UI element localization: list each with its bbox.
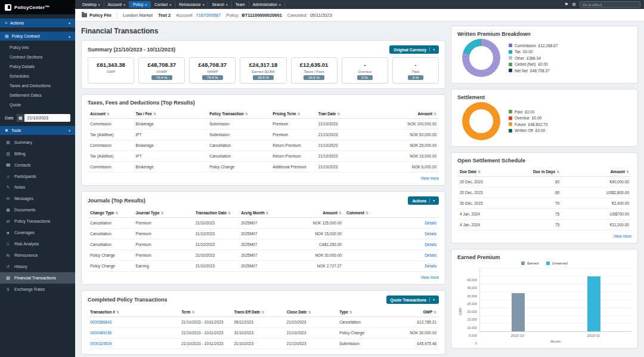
details-link[interactable]: Details [425, 242, 436, 247]
sidebar-tool-item[interactable]: ◈ Coverages [0, 227, 75, 238]
view-more-link[interactable]: View more [457, 234, 631, 238]
column-header[interactable]: Type⇅ [337, 307, 389, 317]
policy-contract-item[interactable]: Settlement Dates [0, 90, 75, 100]
table-row[interactable]: Tax (Additive) IPT Cancellation Return P… [88, 151, 439, 162]
calendar-icon[interactable]: ▦ [17, 114, 24, 122]
table-row[interactable]: 30 Dec, 2023 70 €2,400.00 [457, 198, 631, 209]
table-row[interactable]: Commission Brokerage Policy Change Addit… [88, 162, 439, 173]
column-header[interactable]: Transaction #⇅ [88, 307, 179, 317]
nav-menu-item[interactable]: Search ▾ [208, 1, 231, 8]
view-more-link[interactable]: View more [88, 176, 439, 180]
sidebar-tool-item[interactable]: $ Exchange Rates [0, 284, 75, 294]
sidebar-tool-item[interactable]: ↺ History [0, 261, 75, 272]
table-row[interactable]: Policy Change Premium 21/10/2023 2025M07… [88, 250, 439, 261]
quote-transactions-button[interactable]: Quote Transactions ▾ [386, 296, 439, 304]
column-header[interactable]: Transaction Date⇅ [193, 208, 239, 218]
policy-contract-item[interactable]: Schedules [0, 71, 75, 81]
breadcrumb-policy-file[interactable]: Policy File [89, 13, 112, 18]
column-header[interactable]: Due in Days⇅ [503, 167, 562, 177]
policy-contract-item[interactable]: Policy Info [0, 42, 75, 52]
cell-amount: NOK 2,727.27 [295, 261, 343, 272]
sidebar-tool-item[interactable]: ▥ Billing [0, 148, 75, 159]
summary-tile-badge: 79.4 % [151, 75, 172, 80]
details-link[interactable]: Details [425, 232, 436, 236]
transaction-number-link[interactable]: 0000489156 [90, 331, 112, 335]
details-link[interactable]: Details [425, 221, 436, 225]
column-header[interactable]: Trans Eff Date⇅ [231, 307, 284, 317]
nav-menu-item[interactable]: Team [232, 1, 249, 8]
column-header[interactable] [390, 208, 439, 218]
sidebar-tool-item[interactable]: ▣ Documents [0, 204, 75, 216]
transaction-number-link[interactable]: 0000586843 [90, 320, 112, 324]
policy-contract-item[interactable]: Taxes and Deductions [0, 81, 75, 90]
table-row[interactable]: Cancellation Premium 21/10/2023 2025M07 … [88, 239, 439, 250]
column-header[interactable]: Amount⇅ [379, 109, 439, 119]
column-header[interactable]: Tran Date⇅ [316, 109, 379, 119]
table-row[interactable]: 20 Dec, 2023 60 €40,000.00 [457, 177, 631, 187]
table-row[interactable]: 4 Jan, 2024 75 €11,200.00 [457, 220, 631, 230]
nav-menu-item[interactable]: Policy ▾ [129, 1, 151, 8]
sidebar-tool-item[interactable]: ▨ Financial Transactions [0, 272, 75, 284]
sidebar-tool-item[interactable]: ▤ Summary [0, 137, 75, 148]
tool-item-label: Contacts [14, 163, 31, 167]
sidebar-tool-item[interactable]: ✉ Messages [0, 193, 75, 204]
table-row[interactable]: Policy Change Earning 21/10/2023 2025M07… [88, 261, 439, 272]
transaction-number-link[interactable]: 0000329509 [90, 341, 112, 346]
account-number-link[interactable]: 7167099587 [196, 13, 221, 18]
column-header[interactable]: Term⇅ [179, 307, 231, 317]
policy-contract-item[interactable]: Quote [0, 100, 75, 109]
goto-input[interactable] [580, 1, 640, 8]
column-header[interactable]: Acctg Month⇅ [239, 208, 295, 218]
breadcrumb-account-name[interactable]: London Market [123, 13, 153, 18]
table-row[interactable]: 0000586843 21/10/2023 - 10/11/2023 05/11… [88, 317, 439, 328]
sidebar-policy-contract-header[interactable]: ▤ Policy Contract ▴ [0, 32, 75, 41]
table-row[interactable]: Cancellation Premium 21/10/2023 2025M07 … [88, 229, 439, 239]
column-header[interactable]: Policy Transaction⇅ [207, 109, 270, 119]
sidebar-tool-item[interactable]: ⇆ Reinsurance [0, 250, 75, 261]
nav-menu-item[interactable]: Account ▾ [104, 1, 129, 8]
table-row[interactable]: 0000489156 21/10/2023 - 10/11/2023 31/10… [88, 328, 439, 338]
column-header[interactable]: Comment⇅ [344, 208, 390, 218]
sidebar-tool-item[interactable]: ⚠ Risk Analysis [0, 238, 75, 250]
original-currency-button[interactable]: Original Currency ▾ [389, 45, 439, 54]
details-link[interactable]: Details [425, 264, 436, 268]
view-more-link[interactable]: View more [88, 275, 439, 279]
nav-menu-item[interactable]: Contact ▾ [151, 1, 175, 8]
column-header[interactable]: Due Date⇅ [457, 167, 503, 177]
bookmark-icon[interactable]: ⚑ [565, 2, 569, 7]
column-header[interactable]: GWP⇅ [390, 307, 439, 317]
sidebar-tool-item[interactable]: ☎ Contacts [0, 159, 75, 171]
date-input[interactable]: ▦ 21/10/2023 [17, 114, 70, 122]
sidebar-tool-item[interactable]: ✎ Notes [0, 181, 75, 193]
table-row[interactable]: Tax (Additive) IPT Submission Premium 21… [88, 130, 439, 140]
policy-contract-item[interactable]: Policy Details [0, 61, 75, 71]
column-header[interactable]: Account⇅ [88, 109, 134, 119]
column-header[interactable]: Amount⇅ [295, 208, 343, 218]
table-row[interactable]: 20 Dec, 2023 60 US$2,800.00 [457, 187, 631, 198]
column-header[interactable]: Pricing Term⇅ [270, 109, 316, 119]
details-link[interactable]: Details [425, 253, 436, 257]
column-header[interactable]: Close Date⇅ [284, 307, 337, 317]
gear-icon[interactable]: ⚙ [572, 2, 576, 7]
sort-icon: ⇅ [434, 310, 436, 314]
table-row[interactable]: Commission Brokerage Cancellation Return… [88, 140, 439, 151]
table-row[interactable]: 0000329509 21/10/2023 - 10/11/2023 21/10… [88, 338, 439, 349]
sidebar-tools-header[interactable]: ✖ Tools ▾ [0, 126, 75, 135]
policy-contract-item-label: Quote [10, 103, 21, 107]
sidebar-tool-item[interactable]: ⇄ Policy Transactions [0, 216, 75, 227]
policy-contract-item[interactable]: Contract Sections [0, 52, 75, 61]
column-header[interactable]: Amount⇅ [562, 167, 631, 177]
nav-menu-item[interactable]: Desktop ▾ [79, 1, 104, 8]
journals-actions-button[interactable]: Actions ▾ [408, 196, 439, 205]
column-header[interactable]: Tax / Fee⇅ [134, 109, 208, 119]
table-row[interactable]: 4 Jan, 2024 75 US$700.00 [457, 209, 631, 220]
nav-menu-item[interactable]: Administration ▾ [249, 1, 285, 8]
table-row[interactable]: Cancellation Premium 21/10/2023 2025M07 … [88, 218, 439, 229]
sidebar-tool-item[interactable]: ☺ Participants [0, 171, 75, 181]
table-row[interactable]: Commission Brokerage Submission Premium … [88, 119, 439, 130]
column-header[interactable]: Journal Type⇅ [134, 208, 193, 218]
sidebar-actions-header[interactable]: ≡ Actions ▾ [0, 19, 75, 27]
nav-menu-item[interactable]: Reinsurance ▾ [175, 1, 208, 8]
column-header[interactable]: Change Type⇅ [88, 208, 134, 218]
summary-tile-value: £48,708.37 [147, 61, 176, 68]
